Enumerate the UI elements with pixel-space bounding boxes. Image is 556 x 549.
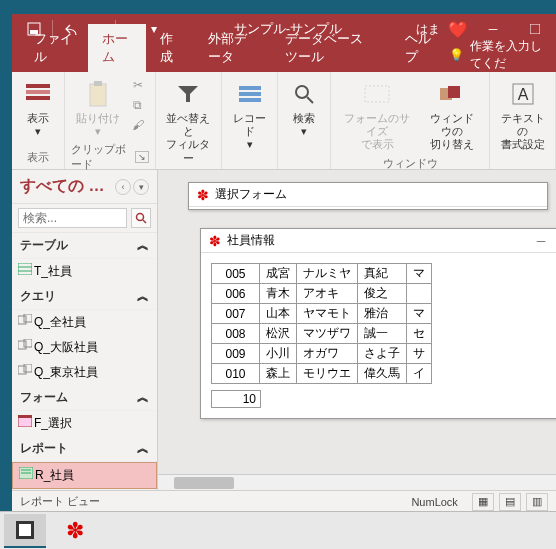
group-caption-view: 表示: [27, 148, 49, 167]
records-icon: [234, 78, 266, 110]
ribbon-group-window: フォームのサイズ で表示 ウィンドウの 切り替え ウィンドウ: [331, 72, 490, 169]
table-row[interactable]: 007山本ヤマモト雅治マ: [212, 304, 432, 324]
nav-title[interactable]: すべての …: [20, 176, 115, 197]
table-row[interactable]: 009小川オガワさよ子サ: [212, 344, 432, 364]
table-row[interactable]: 008松沢マツザワ誠一セ: [212, 324, 432, 344]
query-icon: [18, 339, 32, 353]
svg-line-19: [143, 220, 146, 223]
svg-rect-23: [18, 316, 26, 324]
tab-external[interactable]: 外部データ: [194, 24, 272, 72]
svg-rect-28: [24, 364, 32, 372]
nav-item-q-all[interactable]: Q_全社員: [12, 310, 157, 335]
svg-rect-7: [94, 81, 102, 86]
cut-icon[interactable]: ✂: [128, 76, 148, 94]
minimize-icon[interactable]: ─: [531, 234, 551, 248]
table-cell: 山本: [260, 304, 297, 324]
tellme-input[interactable]: 作業を入力してくだ: [470, 38, 548, 72]
dialog-launcher-icon[interactable]: ↘: [135, 151, 149, 163]
table-cell: 偉久馬: [358, 364, 407, 384]
scrollbar-thumb[interactable]: [174, 477, 234, 489]
copy-icon[interactable]: ⧉: [128, 96, 148, 114]
table-cell: 青木: [260, 284, 297, 304]
nav-dropdown-icon[interactable]: ▾: [133, 179, 149, 195]
view-button[interactable]: 表示▾: [18, 76, 58, 140]
table-cell: アオキ: [297, 284, 358, 304]
table-cell: 008: [212, 324, 260, 344]
report-icon: [19, 467, 33, 481]
table-row[interactable]: 010森上モリウエ偉久馬イ: [212, 364, 432, 384]
search-icon: [288, 78, 320, 110]
table-cell: イ: [407, 364, 432, 384]
paste-button[interactable]: 貼り付け▾: [72, 76, 124, 140]
app-window: ▾ サンプル-サンプル はま ❤️ ─ ファイル ホーム 作成 外部データ デー…: [12, 14, 556, 512]
flower-icon: ✽: [209, 233, 221, 249]
ribbon-tabs: ファイル ホーム 作成 外部データ データベース ツール ヘルプ 💡 作業を入力…: [12, 44, 556, 72]
tab-home[interactable]: ホーム: [88, 24, 146, 72]
table-cell: 俊之: [358, 284, 407, 304]
window-select-form[interactable]: ✽ 選択フォーム: [188, 182, 548, 210]
flower-icon: ✽: [197, 187, 209, 203]
layout-view-icon[interactable]: ▥: [526, 493, 548, 511]
format-painter-icon[interactable]: 🖌: [128, 116, 148, 134]
navigation-pane: すべての … ‹ ▾ テーブル︽ T_社員 クエリ︽ Q_全社員 Q_大阪社員 …: [12, 170, 158, 490]
find-button[interactable]: 検索▾: [284, 76, 324, 140]
page-number: 10: [211, 390, 261, 408]
table-row[interactable]: 005成宮ナルミヤ真紀マ: [212, 264, 432, 284]
query-icon: [18, 364, 32, 378]
textfmt-button[interactable]: A テキストの 書式設定: [496, 76, 549, 154]
nav-group-queries[interactable]: クエリ︽: [12, 284, 157, 310]
table-cell: 005: [212, 264, 260, 284]
nav-item-f-select[interactable]: F_選択: [12, 411, 157, 436]
nav-group-tables[interactable]: テーブル︽: [12, 233, 157, 259]
nav-item-t-emp[interactable]: T_社員: [12, 259, 157, 284]
content-area: ✽ 選択フォーム ✽ 社員情報 ─ 005成宮ナルミヤ真紀マ006青木アオキ俊之…: [158, 170, 556, 490]
svg-rect-13: [365, 86, 389, 102]
table-cell: 真紀: [358, 264, 407, 284]
nav-item-r-emp[interactable]: R_社員: [12, 462, 157, 489]
search-button[interactable]: [131, 208, 151, 228]
taskbar-app2[interactable]: ✽: [54, 514, 96, 548]
horizontal-scrollbar[interactable]: [158, 474, 556, 490]
tab-dbtools[interactable]: データベース ツール: [271, 24, 391, 72]
form-icon: [18, 415, 32, 429]
nav-collapse-icon[interactable]: ‹: [115, 179, 131, 195]
nav-item-q-tokyo[interactable]: Q_東京社員: [12, 360, 157, 385]
tab-help[interactable]: ヘルプ: [391, 24, 449, 72]
table-cell: オガワ: [297, 344, 358, 364]
records-button[interactable]: レコード▾: [228, 76, 272, 154]
svg-rect-15: [448, 86, 460, 98]
ribbon-group-clipboard: 貼り付け▾ ✂ ⧉ 🖌 クリップボード ↘: [65, 72, 156, 169]
search-input[interactable]: [18, 208, 127, 228]
tab-create[interactable]: 作成: [146, 24, 194, 72]
table-row[interactable]: 006青木アオキ俊之: [212, 284, 432, 304]
table-cell: モリウエ: [297, 364, 358, 384]
taskbar-app1[interactable]: [4, 514, 46, 548]
table-cell: 009: [212, 344, 260, 364]
formsize-button[interactable]: フォームのサイズ で表示: [337, 76, 417, 154]
table-cell: 森上: [260, 364, 297, 384]
table-cell: 松沢: [260, 324, 297, 344]
print-preview-icon[interactable]: ▤: [499, 493, 521, 511]
sortfilter-button[interactable]: 並べ替えと フィルター: [162, 76, 215, 167]
user-avatar-icon[interactable]: ❤️: [448, 20, 468, 39]
svg-point-18: [137, 214, 144, 221]
flower-icon: ✽: [66, 518, 84, 544]
nav-group-forms[interactable]: フォーム︽: [12, 385, 157, 411]
table-cell: 010: [212, 364, 260, 384]
report-view-icon[interactable]: ▦: [472, 493, 494, 511]
nav-item-q-osaka[interactable]: Q_大阪社員: [12, 335, 157, 360]
svg-rect-3: [26, 84, 50, 88]
form-size-icon: [361, 78, 393, 110]
svg-rect-8: [239, 86, 261, 90]
window-report[interactable]: ✽ 社員情報 ─ 005成宮ナルミヤ真紀マ006青木アオキ俊之 007山本ヤマモ…: [200, 228, 556, 419]
winswitch-button[interactable]: ウィンドウの 切り替え: [421, 76, 483, 154]
svg-rect-30: [18, 415, 32, 418]
clipboard-icon: [82, 78, 114, 110]
nav-group-reports[interactable]: レポート︽: [12, 436, 157, 462]
ribbon-group-find: 検索▾: [278, 72, 331, 169]
report-title: 社員情報: [227, 232, 525, 249]
svg-rect-10: [239, 98, 261, 102]
collapse-icon: ︽: [137, 440, 149, 457]
tab-file[interactable]: ファイル: [20, 24, 88, 72]
table-cell: マ: [407, 304, 432, 324]
